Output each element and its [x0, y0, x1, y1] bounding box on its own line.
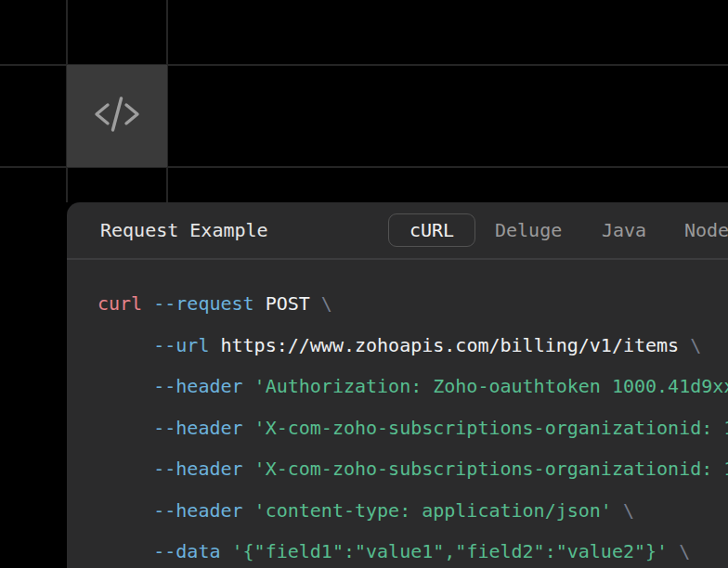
code-token-plain: https://www.zohoapis.com/billing/v1/item… [209, 334, 690, 356]
code-token-flag: --url [153, 334, 209, 356]
code-token-flag: --request [153, 292, 254, 315]
code-line: --header 'Authorization: Zoho-oauthtoken… [98, 366, 728, 407]
code-token-str: 'X-com-zoho-subscriptions-organizationid… [254, 417, 728, 439]
code-token-plain [243, 375, 254, 397]
code-token-plain [612, 499, 623, 522]
code-line: --data '{"field1":"value1","field2":"val… [98, 531, 728, 568]
code-token-esc: \ [321, 292, 332, 315]
code-token-plain [98, 499, 153, 522]
code-line: curl --request POST \ [98, 283, 728, 325]
code-token-str: '{"field1":"value1","field2":"value2"}' [232, 540, 669, 562]
code-token-str: 'content-type: application/json' [254, 499, 612, 522]
code-line: --url https://www.zohoapis.com/billing/v… [98, 325, 728, 367]
code-token-plain [98, 458, 153, 480]
code-token-esc: \ [679, 540, 690, 562]
page: Request Example cURLDelugeJavaNode curl … [0, 0, 728, 568]
code-token-flag: --header [153, 417, 242, 439]
code-token-plain [243, 458, 254, 480]
code-token-flag: --header [153, 499, 242, 522]
code-token-plain [98, 540, 153, 562]
code-line: --header 'X-com-zoho-subscriptions-organ… [98, 407, 728, 449]
code-token-esc: \ [623, 499, 634, 522]
code-icon [92, 94, 142, 138]
code-token-flag: --header [153, 458, 242, 480]
code-icon-tile [67, 65, 167, 167]
code-token-plain [98, 417, 153, 439]
tab-deluge[interactable]: Deluge [495, 219, 562, 241]
code-line: --header 'X-com-zoho-subscriptions-organ… [98, 448, 728, 490]
code-token-plain [98, 375, 153, 397]
tab-java[interactable]: Java [602, 219, 646, 241]
code-token-str: 'X-com-zoho-subscriptions-organizationid… [254, 458, 728, 480]
code-token-plain: POST [254, 292, 321, 315]
tab-curl[interactable]: cURL [388, 213, 475, 247]
panel-header: Request Example cURLDelugeJavaNode [67, 202, 728, 258]
code-token-flag: --data [153, 540, 220, 562]
code-token-cmd: curl [98, 292, 142, 315]
code-block: curl --request POST \ --url https://www.… [67, 260, 728, 568]
code-token-flag: --header [153, 375, 242, 397]
code-token-str: 'Authorization: Zoho-oauthtoken 1000.41d… [254, 375, 728, 397]
tab-node[interactable]: Node [684, 219, 728, 241]
code-token-plain [243, 417, 254, 439]
code-line: --header 'content-type: application/json… [98, 490, 728, 532]
code-token-plain [98, 334, 153, 356]
code-token-plain [243, 499, 254, 522]
code-token-plain [220, 540, 231, 562]
panel-title: Request Example [100, 219, 268, 241]
code-token-plain [142, 292, 153, 315]
request-example-panel: Request Example cURLDelugeJavaNode curl … [67, 202, 728, 568]
code-token-plain [668, 540, 679, 562]
code-token-esc: \ [690, 334, 701, 356]
